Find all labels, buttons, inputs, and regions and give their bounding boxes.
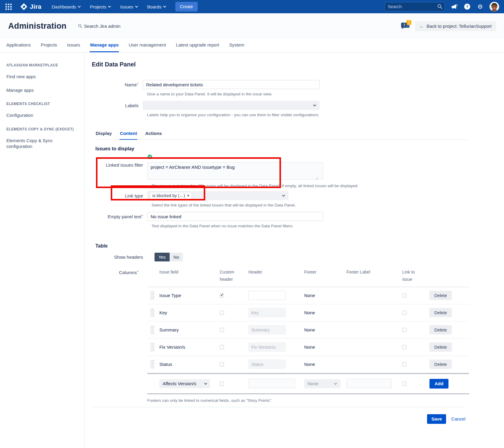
- save-button[interactable]: Save: [427, 414, 446, 424]
- link-type-tag: is blocked by (←) ×: [150, 192, 192, 199]
- header-input[interactable]: [248, 360, 286, 369]
- drag-handle[interactable]: [150, 325, 154, 334]
- custom-header-checkbox[interactable]: [220, 293, 224, 298]
- cancel-link[interactable]: Cancel: [451, 416, 465, 421]
- name-input[interactable]: [143, 80, 320, 89]
- link-to-issue-checkbox[interactable]: [402, 328, 407, 332]
- back-to-project-button[interactable]: ← Back to project: TellurianSupport: [415, 21, 496, 31]
- tab-applications[interactable]: Applications: [6, 39, 31, 52]
- remove-tag-icon[interactable]: ×: [187, 194, 189, 198]
- notification-icon[interactable]: ! 1: [401, 21, 411, 30]
- nav-menu-projects[interactable]: Projects: [86, 0, 114, 13]
- settings-gear-icon[interactable]: ⚙: [477, 3, 484, 10]
- custom-header-checkbox[interactable]: [220, 311, 224, 315]
- navbar-search: [384, 2, 445, 11]
- link-type-select[interactable]: is blocked by (←) ×: [147, 191, 289, 200]
- drag-handle[interactable]: [150, 360, 154, 369]
- sidebar-item-find-new-apps[interactable]: Find new apps: [6, 74, 64, 80]
- nav-menu-label: Projects: [90, 4, 106, 9]
- search-input[interactable]: [384, 2, 445, 11]
- sidebar-item-elements-copy-sync-configuration[interactable]: Elements Copy & Sync configuration: [6, 138, 64, 149]
- footer-select[interactable]: None: [304, 379, 340, 388]
- admin-search[interactable]: Search Jira admin: [78, 24, 120, 29]
- linked-issues-filter-label: Linked issues filter: [92, 154, 147, 181]
- link-to-issue-checkbox[interactable]: [402, 293, 407, 298]
- delete-button[interactable]: Delete: [429, 325, 452, 334]
- add-button[interactable]: Add: [429, 379, 448, 389]
- search-icon[interactable]: [437, 4, 442, 10]
- nav-menu-dashboards[interactable]: Dashboards: [48, 0, 84, 13]
- tab-system[interactable]: System: [229, 39, 244, 52]
- separator: [147, 393, 469, 394]
- show-headers-yes-button[interactable]: Yes: [155, 253, 170, 261]
- delete-button[interactable]: Delete: [429, 360, 452, 369]
- labels-help-text: Labels help you to organise your configu…: [143, 113, 469, 117]
- header-input[interactable]: [248, 325, 286, 334]
- help-icon[interactable]: ?: [464, 3, 471, 10]
- link-to-issue-checkbox[interactable]: [402, 345, 407, 349]
- add-footer-label-input[interactable]: [346, 379, 392, 388]
- tab-actions[interactable]: Actions: [145, 131, 162, 140]
- tab-display[interactable]: Display: [95, 131, 112, 140]
- column-row: Fix Version/s None Delete: [147, 339, 469, 356]
- footer-select-value: None: [308, 381, 318, 386]
- drag-handle[interactable]: [150, 291, 154, 300]
- columns-rows: Issue Type None Delete Key None Delete S…: [147, 287, 469, 373]
- column-row: Key None Delete: [147, 304, 469, 322]
- app-switcher-icon[interactable]: [5, 3, 12, 10]
- page-title: Administration: [8, 21, 66, 31]
- empty-panel-text-input[interactable]: [147, 212, 323, 221]
- add-header-input[interactable]: [248, 379, 295, 388]
- announcements-icon[interactable]: [451, 3, 458, 10]
- chevron-down-icon: [204, 382, 207, 385]
- required-asterisk: *: [142, 214, 143, 218]
- nav-menu-issues[interactable]: Issues: [116, 0, 141, 13]
- edit-data-panel-title: Edit Data Panel: [92, 61, 469, 68]
- user-avatar[interactable]: [490, 2, 499, 11]
- delete-button[interactable]: Delete: [429, 308, 452, 317]
- create-button[interactable]: Create: [175, 2, 198, 11]
- sidebar-heading-elements-copy-sync: ELEMENTS COPY & SYNC (EXOCET): [6, 127, 81, 131]
- tab-projects[interactable]: Projects: [40, 39, 57, 52]
- add-link-to-issue-checkbox[interactable]: [402, 382, 407, 386]
- empty-panel-text-label: Empty panel text*: [92, 212, 147, 221]
- tab-issues[interactable]: Issues: [67, 39, 80, 52]
- link-to-issue-checkbox[interactable]: [402, 311, 407, 315]
- notification-badge: 1: [407, 20, 411, 25]
- drag-handle[interactable]: [150, 343, 154, 351]
- linked-issues-filter-textarea[interactable]: project = AirCleaner AND issuetype = Bug: [147, 162, 323, 180]
- header-input[interactable]: [248, 308, 286, 317]
- back-to-project-label: Back to project: TellurianSupport: [426, 24, 492, 29]
- labels-select[interactable]: [143, 101, 320, 110]
- header-input[interactable]: [248, 291, 286, 300]
- link-type-tag-label: is blocked by (←): [152, 193, 185, 198]
- delete-button[interactable]: Delete: [429, 291, 452, 300]
- footer-value: None: [304, 293, 346, 298]
- tab-content[interactable]: Content: [120, 131, 137, 140]
- header-issue-field: Issue field: [159, 269, 220, 276]
- column-field-name: Summary: [159, 327, 220, 332]
- column-field-name: Fix Version/s: [159, 344, 220, 350]
- required-asterisk: *: [137, 270, 139, 274]
- column-field-name: Status: [159, 362, 220, 367]
- jira-logo-icon: [20, 3, 28, 11]
- tab-user-management[interactable]: User management: [128, 39, 166, 52]
- issue-field-select-value: Affects Version/s: [163, 381, 196, 386]
- sidebar-item-manage-apps[interactable]: Manage apps: [6, 87, 64, 93]
- header-input[interactable]: [248, 342, 286, 352]
- jira-logo[interactable]: Jira: [20, 3, 41, 11]
- issue-field-select[interactable]: Affects Version/s: [159, 379, 210, 388]
- sidebar-item-configuration[interactable]: Configuration: [6, 112, 64, 118]
- drag-handle[interactable]: [150, 308, 154, 317]
- custom-header-checkbox[interactable]: [220, 328, 224, 332]
- tab-manage-apps[interactable]: Manage apps: [90, 39, 119, 52]
- nav-menu-boards[interactable]: Boards: [144, 0, 170, 13]
- add-custom-header-checkbox[interactable]: [220, 382, 224, 386]
- chevron-down-icon: [163, 5, 166, 8]
- tab-latest-upgrade-report[interactable]: Latest upgrade report: [176, 39, 219, 52]
- show-headers-no-button[interactable]: No: [170, 253, 183, 261]
- custom-header-checkbox[interactable]: [220, 345, 224, 349]
- link-to-issue-checkbox[interactable]: [402, 362, 407, 366]
- delete-button[interactable]: Delete: [429, 342, 452, 352]
- custom-header-checkbox[interactable]: [220, 362, 224, 366]
